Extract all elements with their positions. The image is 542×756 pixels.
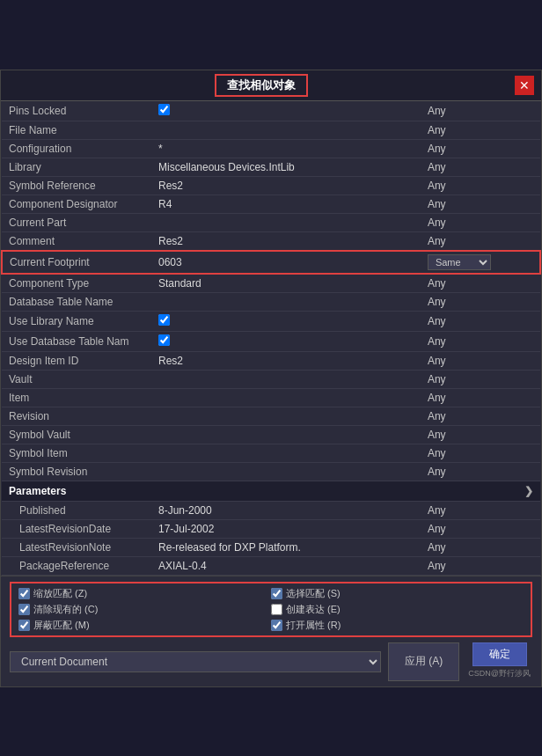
prop-status: Any bbox=[421, 176, 540, 195]
prop-checkbox[interactable] bbox=[158, 104, 170, 115]
prop-label: Configuration bbox=[2, 139, 151, 158]
prop-status: Any bbox=[421, 519, 540, 538]
table-row: Symbol RevisionAny bbox=[2, 462, 540, 481]
action-row: Current DocumentAll Open DocumentsProjec… bbox=[10, 642, 532, 681]
checkbox-col-2: 选择匹配 (S)创建表达 (E)打开属性 (R) bbox=[271, 587, 524, 632]
option-checkbox[interactable] bbox=[271, 604, 282, 615]
prop-status: AnySameDifferent bbox=[421, 251, 540, 274]
prop-status: Any bbox=[421, 195, 540, 213]
prop-label: LatestRevisionNote bbox=[2, 538, 151, 556]
prop-label: Pins Locked bbox=[2, 101, 151, 121]
prop-status: Any bbox=[421, 292, 540, 311]
prop-label: Comment bbox=[2, 231, 151, 251]
bottom-panel: 缩放匹配 (Z)清除现有的 (C)屏蔽匹配 (M) 选择匹配 (S)创建表达 (… bbox=[1, 576, 541, 686]
option-checkbox[interactable] bbox=[18, 620, 30, 631]
prop-label: Symbol Item bbox=[2, 444, 151, 462]
option-checkbox[interactable] bbox=[18, 588, 30, 599]
watermark: CSDN@野行涉风 bbox=[466, 666, 532, 681]
table-row: Database Table NameAny bbox=[2, 292, 540, 311]
option-checkbox[interactable] bbox=[271, 620, 282, 631]
table-row: ItemAny bbox=[2, 388, 540, 407]
title-bar: 查找相似对象 ✕ bbox=[1, 70, 541, 101]
prop-value: * bbox=[151, 139, 421, 158]
prop-label: Current Part bbox=[2, 213, 151, 231]
prop-value: Re-released for DXP Platform. bbox=[151, 538, 421, 556]
table-row: Published8-Jun-2000Any bbox=[2, 501, 540, 519]
prop-value: Standard bbox=[151, 274, 421, 293]
prop-label: Vault bbox=[2, 370, 151, 388]
prop-status: Any bbox=[421, 121, 540, 139]
scope-select[interactable]: Current DocumentAll Open DocumentsProjec… bbox=[10, 651, 381, 672]
prop-label: Database Table Name bbox=[2, 292, 151, 311]
prop-value: Res2 bbox=[151, 231, 421, 251]
prop-status: Any bbox=[421, 311, 540, 331]
find-similar-dialog: 查找相似对象 ✕ Pins LockedAnyFile NameAnyConfi… bbox=[0, 70, 542, 687]
table-row: CommentRes2Any bbox=[2, 231, 540, 251]
apply-button[interactable]: 应用 (A) bbox=[388, 642, 459, 681]
prop-label: Use Database Table Nam bbox=[2, 331, 151, 351]
prop-label: PackageReference bbox=[2, 556, 151, 575]
prop-label: Component Designator bbox=[2, 195, 151, 213]
option-label: 缩放匹配 (Z) bbox=[33, 587, 87, 600]
option-label: 选择匹配 (S) bbox=[286, 587, 341, 600]
table-row: Use Library NameAny bbox=[2, 311, 540, 331]
table-row: Design Item IDRes2Any bbox=[2, 351, 540, 370]
section-label: Parameters ❯ bbox=[2, 481, 540, 501]
table-row: LatestRevisionDate17-Jul-2002Any bbox=[2, 519, 540, 538]
table-row: RevisionAny bbox=[2, 407, 540, 425]
option-label: 打开属性 (R) bbox=[286, 619, 341, 632]
prop-value bbox=[151, 444, 421, 462]
options-checkboxes: 缩放匹配 (Z)清除现有的 (C)屏蔽匹配 (M) 选择匹配 (S)创建表达 (… bbox=[10, 582, 532, 637]
prop-value: AXIAL-0.4 bbox=[151, 556, 421, 575]
table-row: Current Footprint0603AnySameDifferent bbox=[2, 251, 540, 274]
option-checkbox-item: 清除现有的 (C) bbox=[18, 603, 271, 616]
prop-label: Library bbox=[2, 158, 151, 176]
close-button[interactable]: ✕ bbox=[515, 76, 534, 95]
ok-button[interactable]: 确定 bbox=[472, 642, 527, 666]
prop-value: 8-Jun-2000 bbox=[151, 501, 421, 519]
properties-table-area: Pins LockedAnyFile NameAnyConfiguration*… bbox=[1, 101, 541, 576]
option-checkbox-item: 缩放匹配 (Z) bbox=[18, 587, 271, 600]
status-dropdown[interactable]: AnySameDifferent bbox=[428, 254, 491, 270]
table-row: PackageReferenceAXIAL-0.4Any bbox=[2, 556, 540, 575]
prop-status: Any bbox=[421, 231, 540, 251]
option-checkbox[interactable] bbox=[271, 588, 282, 599]
table-row: Component TypeStandardAny bbox=[2, 274, 540, 293]
option-label: 屏蔽匹配 (M) bbox=[33, 619, 90, 632]
prop-status: Any bbox=[421, 139, 540, 158]
prop-label: Symbol Revision bbox=[2, 462, 151, 481]
prop-status: Any bbox=[421, 388, 540, 407]
properties-table: Pins LockedAnyFile NameAnyConfiguration*… bbox=[1, 101, 541, 576]
prop-label: LatestRevisionDate bbox=[2, 519, 151, 538]
prop-status: Any bbox=[421, 501, 540, 519]
prop-status: Any bbox=[421, 556, 540, 575]
prop-value bbox=[151, 331, 421, 351]
table-row: LatestRevisionNoteRe-released for DXP Pl… bbox=[2, 538, 540, 556]
prop-status: Any bbox=[421, 274, 540, 293]
table-row: File NameAny bbox=[2, 121, 540, 139]
option-checkbox[interactable] bbox=[18, 604, 30, 615]
prop-label: Component Type bbox=[2, 274, 151, 293]
prop-value: Res2 bbox=[151, 351, 421, 370]
option-checkbox-item: 打开属性 (R) bbox=[271, 619, 524, 632]
prop-value: Res2 bbox=[151, 176, 421, 195]
prop-value: Miscellaneous Devices.IntLib bbox=[151, 158, 421, 176]
prop-status: Any bbox=[421, 158, 540, 176]
prop-checkbox[interactable] bbox=[158, 334, 170, 346]
prop-label: Design Item ID bbox=[2, 351, 151, 370]
prop-checkbox[interactable] bbox=[158, 314, 170, 326]
action-buttons: 应用 (A) 确定 CSDN@野行涉风 bbox=[388, 642, 532, 681]
table-row: Pins LockedAny bbox=[2, 101, 540, 121]
prop-status: Any bbox=[421, 331, 540, 351]
prop-status: Any bbox=[421, 351, 540, 370]
dialog-title: 查找相似对象 bbox=[215, 74, 308, 97]
table-row: LibraryMiscellaneous Devices.IntLibAny bbox=[2, 158, 540, 176]
prop-value bbox=[151, 462, 421, 481]
prop-value bbox=[151, 407, 421, 425]
prop-value: R4 bbox=[151, 195, 421, 213]
table-row: VaultAny bbox=[2, 370, 540, 388]
table-row: Symbol ItemAny bbox=[2, 444, 540, 462]
prop-label: Symbol Vault bbox=[2, 425, 151, 444]
prop-label: Item bbox=[2, 388, 151, 407]
prop-status: Any bbox=[421, 101, 540, 121]
